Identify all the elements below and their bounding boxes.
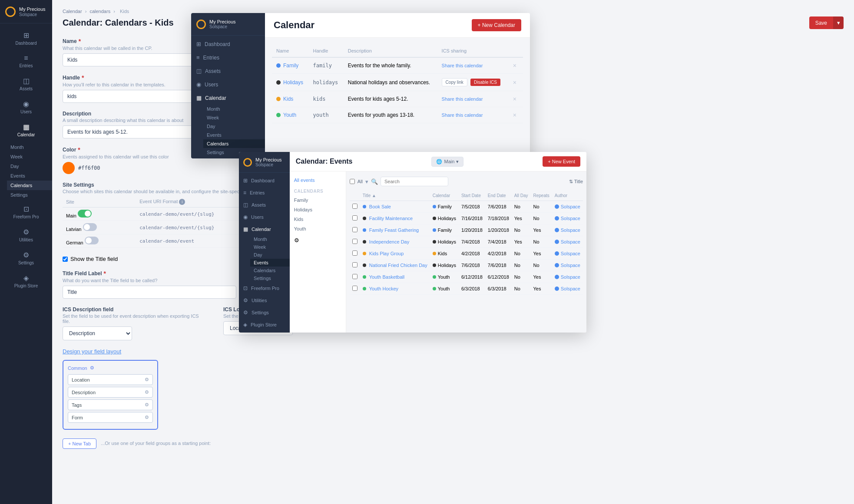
subnav-month[interactable]: Month (7, 142, 52, 152)
ev-nav-assets[interactable]: ◫ Assets (239, 199, 290, 211)
cal-nav-assets[interactable]: ◫ Assets (191, 64, 265, 78)
events-window[interactable]: My Precious Solspace ⊞ Dashboard ≡ Entri… (239, 152, 586, 333)
design-layout-link[interactable]: Design your field layout (63, 348, 121, 355)
calendar-link-family[interactable]: Family (276, 63, 305, 69)
delete-calendar-youth[interactable]: × (511, 112, 518, 119)
cal-subnav-events[interactable]: Events (203, 131, 265, 139)
gear-icon-location[interactable]: ⚙ (145, 377, 149, 382)
event-checkbox[interactable] (352, 250, 357, 256)
ev-subnav-events[interactable]: Events (250, 259, 290, 267)
toggle-german[interactable] (85, 237, 99, 244)
event-checkbox[interactable] (352, 262, 357, 267)
event-checkbox[interactable] (352, 274, 357, 279)
sidebar-item-users[interactable]: ◉ Users (0, 96, 52, 119)
breadcrumb-calendars[interactable]: calendars (89, 9, 110, 14)
new-calendar-button[interactable]: + New Calendar (472, 19, 521, 31)
cal-nav-calendar[interactable]: ▦ Calendar (191, 91, 265, 105)
author-link[interactable]: Solspace (561, 286, 580, 291)
sidebar-item-calendar[interactable]: ▦ Calendar (0, 119, 52, 142)
author-link[interactable]: Solspace (561, 216, 580, 221)
ev-nav-users[interactable]: ◉ Users (239, 211, 290, 223)
sidebar-item-dashboard[interactable]: ⊞ Dashboard (0, 27, 52, 50)
calendar-list-window[interactable]: My Precious Solspace ⊞ Dashboard ≡ Entri… (191, 13, 530, 158)
subnav-day[interactable]: Day (7, 161, 52, 171)
author-link[interactable]: Solspace (561, 239, 580, 244)
save-dropdown-button[interactable]: ▾ (833, 16, 844, 29)
event-title-link[interactable]: Book Sale (369, 204, 391, 209)
ev-subnav-day[interactable]: Day (250, 251, 290, 259)
ev-subnav-month[interactable]: Month (250, 235, 290, 243)
sidebar-item-plugin-store[interactable]: ◈ Plugin Store (0, 270, 52, 293)
subnav-week[interactable]: Week (7, 152, 52, 161)
filter-calendar-family[interactable]: Family (290, 195, 346, 205)
ev-nav-settings[interactable]: ⚙ Settings (239, 306, 290, 319)
ev-subnav-calendars[interactable]: Calendars (250, 267, 290, 274)
chevron-down-icon[interactable]: ▾ (365, 178, 368, 185)
main-site-badge[interactable]: 🌐 Main ▾ (431, 157, 463, 167)
subnav-events[interactable]: Events (7, 171, 52, 181)
copy-link-button-holidays[interactable]: Copy link (442, 78, 467, 86)
author-link[interactable]: Solspace (561, 274, 580, 280)
event-title-link[interactable]: Independence Day (369, 239, 409, 244)
event-title-link[interactable]: Family Feast Gathering (369, 227, 419, 233)
sidebar-item-freeform[interactable]: ⊡ Freeform Pro (0, 201, 52, 224)
event-title-link[interactable]: Facility Maintenance (369, 216, 413, 221)
sidebar-item-entries[interactable]: ≡ Entries (0, 50, 52, 72)
author-link[interactable]: Solspace (561, 263, 580, 268)
author-link[interactable]: Solspace (561, 227, 580, 233)
disable-ics-button-holidays[interactable]: Disable ICS (470, 79, 500, 86)
calendar-link-kids[interactable]: Kids (276, 96, 305, 102)
new-tab-button[interactable]: + New Tab (63, 438, 96, 449)
delete-calendar-kids[interactable]: × (511, 96, 518, 102)
event-checkbox[interactable] (352, 286, 357, 291)
cal-subnav-month[interactable]: Month (203, 105, 265, 113)
title-field-input[interactable] (63, 286, 236, 299)
cal-subnav-week[interactable]: Week (203, 113, 265, 122)
subnav-settings[interactable]: Settings (7, 190, 52, 200)
cal-subnav-calendars[interactable]: Calendars (203, 139, 265, 148)
select-all-checkbox[interactable] (350, 179, 355, 184)
event-checkbox[interactable] (352, 227, 357, 232)
ev-nav-freeform[interactable]: ⊡ Freeform Pro (239, 282, 290, 294)
gear-icon-description[interactable]: ⚙ (145, 389, 149, 395)
gear-icon-form[interactable]: ⚙ (145, 415, 149, 420)
ev-nav-entries[interactable]: ≡ Entries (239, 187, 290, 199)
gear-icon-tags[interactable]: ⚙ (145, 402, 149, 408)
cal-nav-dashboard[interactable]: ⊞ Dashboard (191, 37, 265, 51)
ev-subnav-week[interactable]: Week (250, 243, 290, 251)
delete-calendar-holidays[interactable]: × (511, 79, 518, 86)
calendar-link-youth[interactable]: Youth (276, 112, 305, 118)
ev-nav-dashboard[interactable]: ⊞ Dashboard (239, 175, 290, 187)
gear-icon[interactable]: ⚙ (90, 365, 94, 371)
toggle-latvian[interactable] (83, 223, 97, 231)
cal-nav-entries[interactable]: ≡ Entries (191, 51, 265, 64)
toggle-main[interactable] (78, 210, 92, 217)
sidebar-item-utilities[interactable]: ⚙ Utilities (0, 224, 52, 247)
filter-calendar-youth[interactable]: Youth (290, 224, 346, 234)
event-title-link[interactable]: National Fried Chicken Day (369, 263, 427, 268)
save-button[interactable]: Save (809, 16, 833, 29)
new-event-button[interactable]: + New Event (543, 156, 580, 167)
share-calendar-link-kids[interactable]: Share this calendar (442, 96, 483, 102)
event-checkbox[interactable] (352, 239, 357, 244)
ev-subnav-settings[interactable]: Settings (250, 274, 290, 282)
sort-control[interactable]: ⇅ Title (569, 179, 583, 184)
author-link[interactable]: Solspace (561, 251, 580, 256)
delete-calendar-family[interactable]: × (511, 62, 518, 69)
ics-desc-select[interactable]: Description (63, 326, 132, 340)
event-checkbox[interactable] (352, 204, 357, 209)
share-calendar-link-youth[interactable]: Share this calendar (442, 112, 483, 118)
cal-subnav-day[interactable]: Day (203, 122, 265, 131)
event-title-link[interactable]: Youth Basketball (369, 274, 405, 280)
subnav-calendars[interactable]: Calendars (7, 181, 52, 190)
event-checkbox[interactable] (352, 215, 357, 221)
breadcrumb-calendar[interactable]: Calendar (63, 9, 82, 14)
sidebar-item-assets[interactable]: ◫ Assets (0, 72, 52, 96)
filter-calendar-holidays[interactable]: Holidays (290, 205, 346, 214)
events-search-input[interactable] (381, 177, 448, 186)
filter-calendar-kids[interactable]: Kids (290, 214, 346, 224)
share-calendar-link-family[interactable]: Share this calendar (442, 63, 483, 68)
cal-nav-users[interactable]: ◉ Users (191, 78, 265, 91)
event-title-link[interactable]: Youth Hockey (369, 286, 398, 291)
ev-nav-utilities[interactable]: ⚙ Utilities (239, 294, 290, 306)
